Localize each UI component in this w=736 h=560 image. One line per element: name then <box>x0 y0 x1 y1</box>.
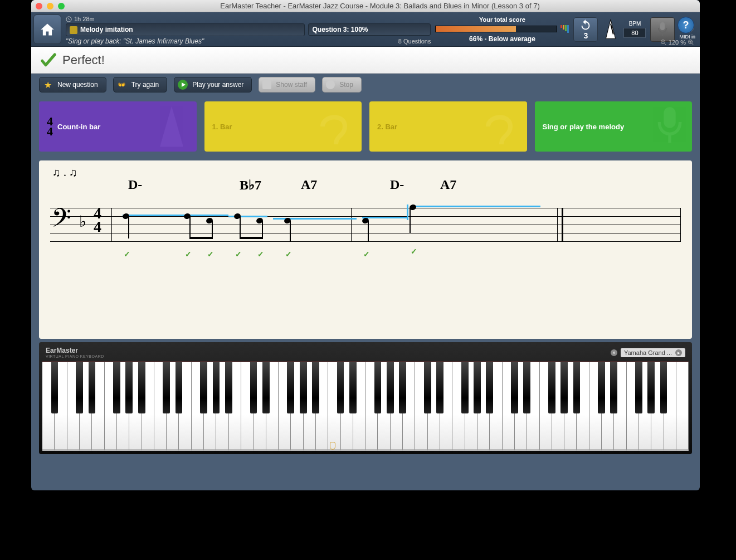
score-fill <box>436 26 515 32</box>
show-staff-button: Show staff <box>259 77 315 92</box>
black-key[interactable] <box>461 362 469 413</box>
black-key[interactable] <box>523 362 530 413</box>
clock-icon <box>66 16 72 22</box>
black-key[interactable] <box>125 362 133 413</box>
black-key[interactable] <box>76 362 83 413</box>
black-key[interactable] <box>113 362 120 413</box>
step-countin[interactable]: 44 Count-in bar <box>39 101 197 152</box>
black-key[interactable] <box>598 362 605 413</box>
black-key[interactable] <box>573 362 581 413</box>
check-icon <box>262 80 271 89</box>
chord-symbol: B♭7 <box>240 177 261 193</box>
try-again-button[interactable]: 👐Try again <box>113 77 168 92</box>
bpm-input[interactable]: 80 <box>623 28 646 38</box>
black-key[interactable] <box>163 362 170 413</box>
black-key[interactable] <box>424 362 431 413</box>
minimize-icon[interactable] <box>47 3 53 9</box>
mic-button[interactable] <box>650 17 675 42</box>
traffic-lights <box>36 3 65 9</box>
instrument-selector[interactable]: Yamaha Grand ... ▸ <box>621 348 685 357</box>
metronome-bg-icon <box>152 104 191 149</box>
bpm-label: BPM <box>629 21 641 27</box>
new-question-button[interactable]: ★New question <box>39 77 106 92</box>
lesson-type-field[interactable]: Melody imitation <box>66 23 305 36</box>
star-icon: ★ <box>43 80 53 90</box>
black-key[interactable] <box>548 362 555 413</box>
score-block: Your total score 66% - Below average <box>435 14 569 44</box>
help-button[interactable]: ? <box>677 17 694 33</box>
score-bar <box>435 26 557 32</box>
lesson-icon <box>70 26 77 34</box>
black-key[interactable] <box>349 362 357 413</box>
score-text: 66% - Below average <box>469 35 535 43</box>
black-key[interactable] <box>225 362 232 413</box>
black-key[interactable] <box>374 362 382 413</box>
stop-icon <box>326 80 335 89</box>
black-key[interactable] <box>635 362 642 413</box>
dropdown-icon: ▸ <box>675 349 682 356</box>
black-key[interactable] <box>287 362 294 413</box>
play-icon <box>178 80 188 90</box>
black-key[interactable] <box>560 362 568 413</box>
piano-header: EarMaster VIRTUAL PIANO KEYBOARD × Yamah… <box>42 345 689 359</box>
middle-c-marker <box>330 442 335 450</box>
piano-subtitle: VIRTUAL PIANO KEYBOARD <box>46 354 104 358</box>
info-block: 1h 28m Melody imitation Question 3: 100%… <box>64 14 433 44</box>
close-icon[interactable] <box>36 3 42 9</box>
black-key[interactable] <box>213 362 220 413</box>
hands-icon: 👐 <box>117 80 127 90</box>
play-answer-button[interactable]: Play your answer <box>174 77 252 92</box>
titlebar: EarMaster Teacher - EarMaster Jazz Cours… <box>31 0 700 12</box>
time-signature: 44 <box>94 207 101 233</box>
black-key[interactable] <box>474 362 481 413</box>
black-key[interactable] <box>610 362 617 413</box>
black-key[interactable] <box>486 362 493 413</box>
piano-brand: EarMaster <box>46 347 104 354</box>
white-key[interactable] <box>676 362 689 451</box>
zoom-in-icon[interactable] <box>688 39 694 46</box>
retries-count: 3 <box>584 31 588 40</box>
instruction-text: "Sing or play back: "St. James Infirmary… <box>66 37 204 45</box>
zoom-out-icon[interactable] <box>660 39 667 46</box>
bass-clef-icon: 𝄢 <box>51 203 71 240</box>
black-key[interactable] <box>250 362 257 413</box>
piano-keyboard[interactable] <box>42 362 689 451</box>
window-title: EarMaster Teacher - EarMaster Jazz Cours… <box>65 2 695 10</box>
black-key[interactable] <box>647 362 655 413</box>
step-bar1[interactable]: 1. Bar <box>204 101 362 152</box>
close-instrument-icon[interactable]: × <box>611 349 617 356</box>
elapsed-time: 1h 28m <box>66 16 95 22</box>
piano-brand-block: EarMaster VIRTUAL PIANO KEYBOARD <box>46 347 104 358</box>
midi-label: MIDI in <box>679 34 695 40</box>
score-histogram-icon[interactable] <box>560 25 569 33</box>
step-sing[interactable]: Sing or play the melody <box>535 101 693 152</box>
black-key[interactable] <box>436 362 443 413</box>
step-bar2[interactable]: 2. Bar <box>369 101 527 152</box>
black-key[interactable] <box>262 362 270 413</box>
black-key[interactable] <box>51 362 59 413</box>
home-button[interactable] <box>33 14 61 44</box>
black-key[interactable] <box>200 362 207 413</box>
black-key[interactable] <box>89 362 96 413</box>
retry-button[interactable]: 3 <box>573 17 598 42</box>
black-key[interactable] <box>337 362 344 413</box>
mic-bg-icon <box>653 104 686 149</box>
question-status-field: Question 3: 100% <box>308 23 431 36</box>
metronome-icon[interactable] <box>602 18 619 41</box>
black-key[interactable] <box>176 362 183 413</box>
svg-rect-10 <box>664 107 675 128</box>
black-key[interactable] <box>511 362 518 413</box>
black-key[interactable] <box>399 362 406 413</box>
black-key[interactable] <box>660 362 667 413</box>
zoom-icon[interactable] <box>58 3 65 9</box>
black-key[interactable] <box>312 362 319 413</box>
svg-line-7 <box>692 43 694 45</box>
questions-count: 8 Questions <box>398 38 431 45</box>
black-key[interactable] <box>300 362 307 413</box>
score-label: Your total score <box>479 16 525 23</box>
result-bar: Perfect! <box>31 47 700 74</box>
black-key[interactable] <box>138 362 145 413</box>
music-staff: 𝄢 ♭ 44 <box>50 208 681 241</box>
black-key[interactable] <box>387 362 394 413</box>
chord-symbol: A7 <box>440 177 456 192</box>
